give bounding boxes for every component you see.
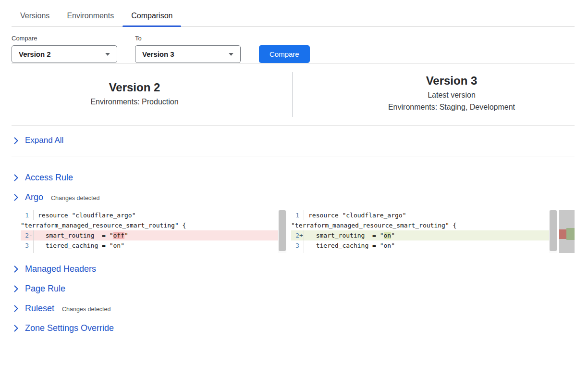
section-ruleset[interactable]: Ruleset Changes detected — [12, 299, 575, 318]
section-zone-settings-override[interactable]: Zone Settings Override — [12, 318, 575, 338]
chevron-right-icon — [14, 325, 18, 332]
section-label: Page Rule — [25, 284, 65, 294]
compare-button[interactable]: Compare — [259, 45, 310, 63]
code-text: } — [38, 251, 42, 253]
changes-detected-badge: Changes detected — [51, 193, 99, 202]
diff-line-added: 2+ smart_routing = "on" — [291, 230, 549, 240]
diff-line: 3 tiered_caching = "on" — [291, 240, 549, 251]
code-text: tiered_caching = "on" — [38, 240, 124, 251]
diff-line-wrap: "terraform_managed_resource_smart_routin… — [21, 220, 278, 230]
version-headers: Version 2 Environments: Production Versi… — [12, 63, 575, 125]
section-managed-headers[interactable]: Managed Headers — [12, 259, 575, 279]
diff-panel-old: 1resource "cloudflare_argo" "terraform_m… — [21, 210, 286, 253]
line-number: 3 — [295, 240, 299, 251]
diff-panel-new: 1resource "cloudflare_argo" "terraform_m… — [291, 210, 575, 253]
scrollbar-track[interactable] — [278, 210, 286, 253]
added-sign: + — [299, 230, 304, 240]
diff-line: 1resource "cloudflare_argo" — [291, 210, 549, 220]
code-text: smart_routing = "off" — [38, 230, 128, 240]
diff-line: } — [291, 251, 549, 253]
version-right-subtitle: Latest version — [329, 91, 575, 100]
section-label: Managed Headers — [25, 264, 96, 274]
tab-environments[interactable]: Environments — [58, 10, 122, 26]
line-number: 1 — [295, 210, 299, 220]
code-text: } — [308, 251, 312, 253]
line-number: 1 — [25, 210, 29, 220]
dropdown-arrow-icon — [229, 53, 233, 56]
to-label: To — [135, 35, 241, 42]
version-left-title: Version 2 — [12, 81, 257, 94]
added-word: on — [384, 232, 392, 239]
code-text: smart_routing = "on" — [308, 230, 395, 240]
diff-code-old: 1resource "cloudflare_argo" "terraform_m… — [21, 210, 278, 253]
chevron-right-icon — [14, 305, 18, 312]
tab-bar: Versions Environments Comparison — [12, 0, 575, 27]
expand-all-label: Expand All — [25, 136, 63, 145]
diff-line-removed: 2- smart_routing = "off" — [21, 230, 278, 240]
argo-diff-viewer: 1resource "cloudflare_argo" "terraform_m… — [21, 210, 575, 253]
comparison-page: Versions Environments Comparison Compare… — [0, 0, 588, 338]
addition-marker — [566, 228, 575, 240]
section-label: Ruleset — [25, 303, 54, 314]
diff-minimap[interactable] — [559, 210, 575, 253]
diff-line: 1resource "cloudflare_argo" — [21, 210, 278, 220]
chevron-right-icon — [14, 265, 18, 273]
tab-comparison[interactable]: Comparison — [122, 10, 181, 26]
compare-version-select[interactable]: Version 2 — [12, 45, 117, 63]
changes-detected-badge: Changes detected — [62, 304, 110, 313]
to-version-value: Version 3 — [142, 50, 174, 58]
diff-line: } — [21, 251, 278, 253]
version-left-header: Version 2 Environments: Production — [12, 63, 292, 125]
compare-form: Compare Version 2 To Version 3 Compare — [12, 35, 575, 63]
code-text: resource "cloudflare_argo" — [38, 210, 136, 220]
section-label: Zone Settings Override — [25, 323, 114, 333]
to-version-select[interactable]: Version 3 — [135, 45, 241, 63]
tab-versions[interactable]: Versions — [12, 10, 58, 26]
section-page-rule[interactable]: Page Rule — [12, 279, 575, 299]
section-label: Argo — [25, 192, 43, 202]
line-number: 3 — [25, 240, 29, 251]
expand-all-button[interactable]: Expand All — [12, 126, 575, 156]
to-field: To Version 3 — [135, 35, 241, 63]
compare-label: Compare — [12, 35, 117, 42]
deletion-marker — [559, 229, 566, 239]
resource-sections: Access Rule Argo Changes detected 1resou… — [12, 168, 575, 338]
chevron-right-icon — [14, 174, 18, 181]
removed-word: off — [113, 232, 124, 239]
removed-sign: - — [29, 230, 33, 240]
section-access-rule[interactable]: Access Rule — [12, 168, 575, 188]
diff-line: 3 tiered_caching = "on" — [21, 240, 278, 251]
version-left-environments: Environments: Production — [12, 98, 257, 106]
version-right-title: Version 3 — [329, 74, 575, 88]
compare-version-value: Version 2 — [19, 50, 51, 58]
version-right-environments: Environments: Staging, Development — [329, 103, 575, 112]
scrollbar-thumb[interactable] — [279, 210, 286, 251]
line-number: 2 — [25, 230, 29, 240]
dropdown-arrow-icon — [105, 53, 110, 56]
scrollbar-track[interactable] — [549, 210, 557, 253]
diff-code-new: 1resource "cloudflare_argo" "terraform_m… — [291, 210, 549, 253]
line-number: 2 — [295, 230, 299, 240]
code-text: "terraform_managed_resource_smart_routin… — [21, 220, 186, 230]
chevron-right-icon — [14, 137, 18, 144]
chevron-right-icon — [14, 285, 18, 292]
section-label: Access Rule — [25, 173, 73, 183]
code-text: tiered_caching = "on" — [308, 240, 395, 251]
scrollbar-thumb[interactable] — [550, 210, 557, 251]
diff-line-wrap: "terraform_managed_resource_smart_routin… — [291, 220, 549, 230]
chevron-right-icon — [14, 194, 18, 201]
code-text: resource "cloudflare_argo" — [308, 210, 406, 220]
divider — [12, 156, 575, 156]
compare-field: Compare Version 2 — [12, 35, 117, 63]
version-right-header: Version 3 Latest version Environments: S… — [293, 63, 575, 125]
section-argo[interactable]: Argo Changes detected — [12, 188, 575, 207]
code-text: "terraform_managed_resource_smart_routin… — [291, 220, 456, 230]
